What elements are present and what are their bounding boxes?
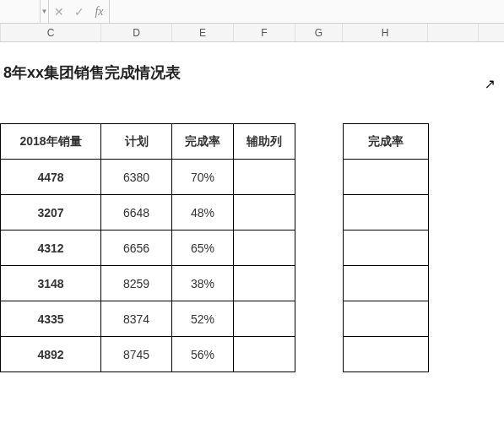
table-row: 3148825938% <box>1 266 295 301</box>
cell-rate[interactable]: 52% <box>172 301 234 337</box>
table-row: 4335837452% <box>1 301 295 337</box>
cell-sales[interactable]: 4892 <box>1 337 101 372</box>
table-row: 3207664848% <box>1 195 295 230</box>
col-header-g[interactable]: G <box>295 24 343 41</box>
header-plan[interactable]: 计划 <box>101 124 172 160</box>
cell-rate[interactable]: 65% <box>172 230 234 266</box>
cell-plan[interactable]: 6648 <box>101 195 172 230</box>
side-header-rate[interactable]: 完成率 <box>344 124 429 160</box>
cell-plan[interactable]: 8374 <box>101 301 172 337</box>
cell-aux[interactable] <box>234 160 295 195</box>
cell-sales[interactable]: 4478 <box>1 160 101 195</box>
cell-aux[interactable] <box>234 337 295 372</box>
formula-input[interactable] <box>110 0 504 23</box>
cell-plan[interactable]: 6380 <box>101 160 172 195</box>
table-row: 4892874556% <box>1 337 295 372</box>
confirm-icon[interactable]: ✓ <box>69 0 89 23</box>
col-header-d[interactable]: D <box>101 24 172 41</box>
side-cell[interactable] <box>344 160 429 195</box>
cancel-icon[interactable]: ✕ <box>49 0 69 23</box>
col-header-h[interactable]: H <box>343 24 428 41</box>
cell-sales[interactable]: 4335 <box>1 301 101 337</box>
cell-rate[interactable]: 56% <box>172 337 234 372</box>
table-row <box>344 337 429 372</box>
side-cell[interactable] <box>344 337 429 372</box>
cell-aux[interactable] <box>234 266 295 301</box>
cell-aux[interactable] <box>234 301 295 337</box>
cell-sales[interactable]: 3207 <box>1 195 101 230</box>
cell-plan[interactable]: 6656 <box>101 230 172 266</box>
fx-icon[interactable]: fx <box>89 0 110 23</box>
column-headers: C D E F G H <box>0 24 504 42</box>
table-header-row: 2018年销量 计划 完成率 辅助列 <box>1 124 295 160</box>
table-gap <box>295 123 343 372</box>
side-cell[interactable] <box>344 230 429 266</box>
name-box-dropdown-icon[interactable]: ▼ <box>41 0 49 23</box>
col-header-f[interactable]: F <box>234 24 295 41</box>
header-rate[interactable]: 完成率 <box>172 124 234 160</box>
table-row: 4312665665% <box>1 230 295 266</box>
cell-plan[interactable]: 8259 <box>101 266 172 301</box>
side-header-row: 完成率 <box>344 124 429 160</box>
table-row <box>344 266 429 301</box>
col-header-e[interactable]: E <box>172 24 234 41</box>
side-cell[interactable] <box>344 301 429 337</box>
side-table: 完成率 <box>343 123 429 372</box>
cell-sales[interactable]: 4312 <box>1 230 101 266</box>
header-aux[interactable]: 辅助列 <box>234 124 295 160</box>
cell-rate[interactable]: 70% <box>172 160 234 195</box>
table-row: 4478638070% <box>1 160 295 195</box>
cell-rate[interactable]: 48% <box>172 195 234 230</box>
col-header-i[interactable] <box>428 24 479 41</box>
cell-aux[interactable] <box>234 195 295 230</box>
mouse-cursor-icon: ↖ <box>485 76 496 92</box>
table-row <box>344 301 429 337</box>
name-box[interactable] <box>0 0 41 23</box>
main-data-table: 2018年销量 计划 完成率 辅助列 4478638070%3207664848… <box>0 123 295 372</box>
cell-rate[interactable]: 38% <box>172 266 234 301</box>
cell-sales[interactable]: 3148 <box>1 266 101 301</box>
cell-plan[interactable]: 8745 <box>101 337 172 372</box>
table-row <box>344 230 429 266</box>
col-header-c[interactable]: C <box>1 24 101 41</box>
side-cell[interactable] <box>344 195 429 230</box>
sheet-area[interactable]: ↖ 8年xx集团销售完成情况表 2018年销量 计划 完成率 辅助列 44786… <box>0 42 504 372</box>
header-sales[interactable]: 2018年销量 <box>1 124 101 160</box>
cell-aux[interactable] <box>234 230 295 266</box>
table-row <box>344 160 429 195</box>
side-cell[interactable] <box>344 266 429 301</box>
page-title: 8年xx集团销售完成情况表 <box>0 62 504 83</box>
formula-bar: ▼ ✕ ✓ fx <box>0 0 504 24</box>
table-row <box>344 195 429 230</box>
